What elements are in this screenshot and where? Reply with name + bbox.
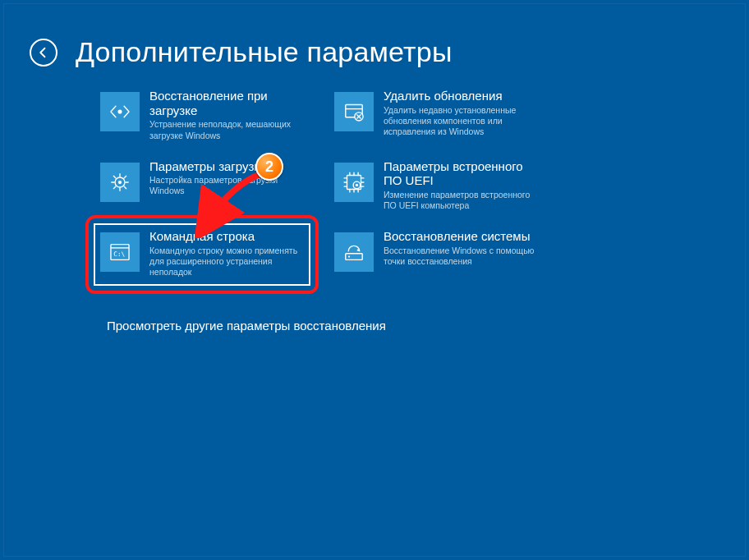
svg-point-0 [117, 109, 122, 113]
tile-title: Командная строка [149, 229, 306, 244]
options-grid: Восстановление при загрузке Устранение н… [99, 85, 641, 285]
package-remove-icon [334, 92, 374, 131]
tile-startup-repair[interactable]: Восстановление при загрузке Устранение н… [99, 85, 308, 146]
chip-gear-icon [334, 163, 374, 202]
tile-uefi-firmware[interactable]: Параметры встроенного ПО UEFI Изменение … [333, 156, 542, 217]
tile-desc: Настройка параметров загрузки Windows [149, 175, 306, 196]
back-button[interactable] [30, 39, 57, 67]
more-recovery-options-link[interactable]: Просмотреть другие параметры восстановле… [107, 319, 386, 333]
tile-desc: Устранение неполадок, мешающих загрузке … [149, 119, 306, 140]
tile-title: Удалить обновления [384, 89, 540, 103]
tile-title: Параметры встроенного ПО UEFI [384, 159, 540, 188]
header: Дополнительные параметры [30, 36, 453, 68]
tile-title: Восстановление при загрузке [149, 89, 306, 117]
tile-desc: Командную строку можно применять для рас… [149, 246, 306, 278]
page-title: Дополнительные параметры [76, 36, 453, 68]
code-icon [100, 92, 140, 131]
tile-desc: Восстановление Windows с помощью точки в… [384, 246, 540, 267]
svg-text:C:\: C:\ [113, 250, 125, 258]
tile-desc: Удалить недавно установленные обновления… [384, 105, 540, 137]
tile-command-prompt[interactable]: C:\ Командная строка Командную строку мо… [99, 226, 308, 285]
svg-rect-10 [346, 254, 362, 260]
hdd-icon [334, 232, 374, 272]
tile-title: Параметры загрузки [149, 159, 306, 174]
svg-point-7 [356, 183, 358, 186]
tile-title: Восстановление системы [384, 229, 540, 244]
svg-point-4 [118, 181, 122, 184]
tile-desc: Изменение параметров встроенного ПО UEFI… [384, 190, 540, 211]
tile-startup-settings[interactable]: Параметры загрузки Настройка параметров … [99, 156, 308, 217]
tile-system-restore[interactable]: Восстановление системы Восстановление Wi… [333, 226, 542, 285]
svg-point-11 [348, 256, 350, 258]
arrow-left-icon [36, 45, 51, 60]
gear-icon [100, 163, 140, 202]
tile-uninstall-updates[interactable]: Удалить обновления Удалить недавно устан… [333, 85, 542, 146]
terminal-icon: C:\ [100, 232, 140, 272]
